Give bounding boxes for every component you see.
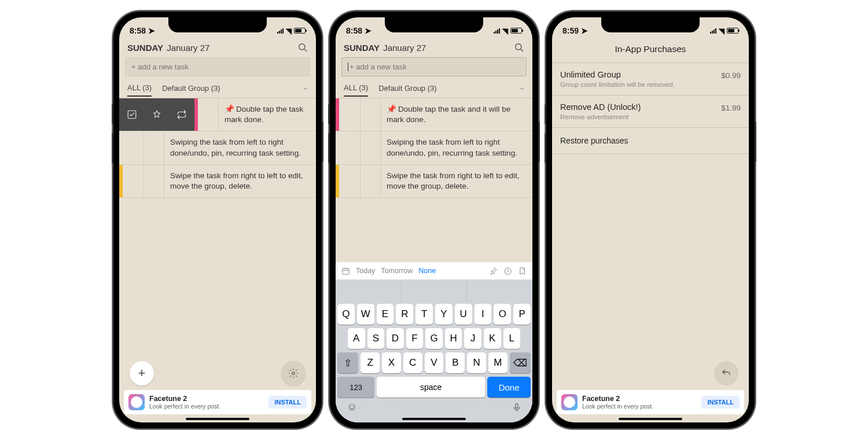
- emoji-key[interactable]: ☺: [347, 401, 357, 413]
- action-done-icon[interactable]: [119, 98, 144, 131]
- location-icon: ➤: [365, 26, 372, 35]
- key-o[interactable]: O: [494, 304, 511, 325]
- tab-all[interactable]: ALL (3): [127, 80, 152, 97]
- key-g[interactable]: G: [425, 328, 443, 349]
- bookmark-icon[interactable]: [518, 267, 527, 275]
- key-i[interactable]: I: [475, 304, 492, 325]
- search-icon[interactable]: [514, 43, 524, 53]
- battery-icon: [294, 28, 306, 34]
- battery-icon: [510, 28, 522, 34]
- svg-point-4: [516, 44, 521, 50]
- add-button[interactable]: +: [130, 361, 154, 385]
- opt-none[interactable]: None: [418, 267, 436, 275]
- iap-item-price: $0.99: [721, 70, 741, 80]
- action-repeat-icon[interactable]: [170, 98, 194, 131]
- search-icon[interactable]: [298, 43, 308, 53]
- svg-rect-12: [516, 403, 518, 408]
- ad-banner[interactable]: Facetune 2 Look perfect in every post. I…: [557, 390, 744, 414]
- done-key[interactable]: Done: [487, 377, 531, 398]
- task-row[interactable]: Swipe the task from right to left to edi…: [336, 165, 532, 198]
- group-tabs: ALL (3) Default Group (3) ›: [119, 80, 316, 98]
- key-l[interactable]: L: [503, 328, 521, 349]
- key-t[interactable]: T: [415, 304, 433, 325]
- task-text: Double tap the task and it will be mark …: [387, 105, 510, 124]
- key-k[interactable]: K: [484, 328, 501, 349]
- iap-item-title: Remove AD (Unlock!): [560, 102, 721, 112]
- iap-item[interactable]: Remove AD (Unlock!) Remove advertisement…: [552, 95, 749, 128]
- svg-line-1: [304, 49, 307, 52]
- keyboard-panel: Today Tomorrow None QWERTYUIOP ASDFGHJKL…: [336, 262, 532, 422]
- key-j[interactable]: J: [464, 328, 481, 349]
- task-row[interactable]: 📌Double tap the task mark done.: [119, 98, 316, 131]
- key-x[interactable]: X: [382, 352, 401, 373]
- key-m[interactable]: M: [488, 352, 507, 373]
- key-e[interactable]: E: [377, 304, 394, 325]
- iap-item-title: Unlimited Group: [560, 70, 721, 79]
- undo-button[interactable]: [714, 361, 738, 385]
- home-indicator[interactable]: [619, 418, 682, 420]
- ad-banner[interactable]: Facetune 2 Look perfect in every post. I…: [124, 390, 311, 414]
- task-row[interactable]: Swiping the task from left to right done…: [119, 131, 316, 164]
- key-b[interactable]: B: [446, 352, 465, 373]
- home-indicator[interactable]: [402, 418, 466, 420]
- keyboard-suggestions: [336, 279, 532, 301]
- phone-3: 8:59 ➤ ◥ In-App Purchases Unlimited Grou…: [546, 12, 755, 428]
- install-button[interactable]: INSTALL: [701, 396, 740, 409]
- tab-default-group[interactable]: Default Group (3): [378, 80, 436, 96]
- phone-2: 8:58 ➤ ◥ SUNDAY January 27 + add a new t…: [330, 12, 538, 428]
- key-a[interactable]: A: [348, 328, 365, 349]
- key-y[interactable]: Y: [435, 304, 453, 325]
- add-task-input[interactable]: + add a new task: [341, 57, 527, 76]
- add-task-input[interactable]: + add a new task: [125, 57, 310, 76]
- key-h[interactable]: H: [445, 328, 462, 349]
- key-q[interactable]: Q: [337, 304, 355, 325]
- task-row[interactable]: 📌Double tap the task and it will be mark…: [336, 98, 532, 131]
- numbers-key[interactable]: 123: [337, 377, 374, 398]
- wifi-icon: ◥: [502, 27, 508, 35]
- restore-purchases[interactable]: Restore purchases: [552, 128, 749, 154]
- tab-default-group[interactable]: Default Group (3): [162, 80, 220, 96]
- shift-key[interactable]: ⇧: [337, 352, 358, 373]
- task-row[interactable]: Swiping the task from left to right done…: [336, 131, 532, 164]
- action-pin-icon[interactable]: [144, 98, 169, 131]
- key-p[interactable]: P: [513, 304, 531, 325]
- key-w[interactable]: W: [357, 304, 374, 325]
- location-icon: ➤: [581, 26, 588, 35]
- chevron-down-icon[interactable]: ›: [518, 87, 528, 90]
- tab-all[interactable]: ALL (3): [344, 80, 368, 97]
- chevron-down-icon[interactable]: ›: [302, 87, 311, 90]
- task-text: Swipe the task from right to left to edi…: [381, 165, 532, 197]
- task-text: Swipe the task from right to left to edi…: [164, 165, 316, 197]
- key-v[interactable]: V: [425, 352, 444, 373]
- clock-icon[interactable]: [503, 267, 512, 275]
- pin-icon[interactable]: [489, 267, 498, 275]
- iap-item-price: $1.99: [721, 102, 741, 112]
- settings-button[interactable]: [281, 361, 306, 385]
- opt-tomorrow[interactable]: Tomorrow: [381, 267, 413, 275]
- opt-today[interactable]: Today: [356, 267, 375, 275]
- key-d[interactable]: D: [387, 328, 404, 349]
- svg-point-3: [292, 372, 295, 375]
- calendar-icon[interactable]: [341, 267, 350, 275]
- mic-key[interactable]: [512, 402, 521, 413]
- notch: [601, 17, 700, 32]
- key-u[interactable]: U: [455, 304, 472, 325]
- space-key[interactable]: space: [377, 377, 485, 398]
- wifi-icon: ◥: [719, 27, 724, 35]
- task-row[interactable]: Swipe the task from right to left to edi…: [119, 165, 316, 198]
- key-r[interactable]: R: [396, 304, 413, 325]
- key-c[interactable]: C: [403, 352, 422, 373]
- date-header: SUNDAY January 27: [119, 39, 316, 54]
- group-tabs: ALL (3) Default Group (3) ›: [336, 80, 532, 98]
- key-s[interactable]: S: [367, 328, 385, 349]
- task-text: Double tap the task mark done.: [225, 105, 303, 124]
- key-n[interactable]: N: [467, 352, 486, 373]
- battery-icon: [727, 28, 738, 34]
- home-indicator[interactable]: [186, 418, 249, 420]
- key-z[interactable]: Z: [361, 352, 380, 373]
- install-button[interactable]: INSTALL: [269, 396, 307, 409]
- wifi-icon: ◥: [286, 27, 292, 35]
- backspace-key[interactable]: ⌫: [510, 352, 531, 373]
- iap-item[interactable]: Unlimited Group Group count limitation w…: [552, 63, 749, 95]
- key-f[interactable]: F: [406, 328, 424, 349]
